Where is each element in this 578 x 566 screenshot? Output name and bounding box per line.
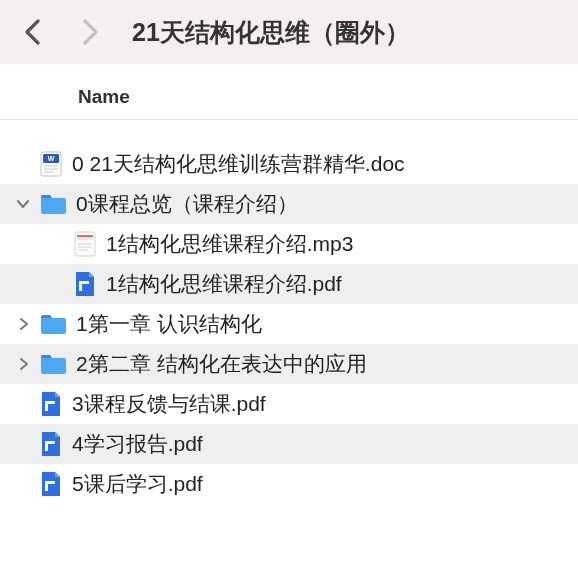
disclosure-cell[interactable] — [0, 357, 34, 371]
chevron-left-icon — [24, 19, 41, 45]
icon-cell — [34, 151, 62, 177]
chevron-down-icon — [16, 198, 30, 210]
item-name: 5课后学习.pdf — [62, 470, 203, 498]
item-name: 1第一章 认识结构化 — [66, 310, 262, 338]
item-name: 0 21天结构化思维训练营群精华.doc — [62, 150, 405, 178]
file-row[interactable]: 5课后学习.pdf — [0, 464, 578, 504]
folder-icon — [40, 314, 66, 334]
item-name: 2第二章 结构化在表达中的应用 — [66, 350, 367, 378]
disclosure-cell[interactable] — [0, 198, 34, 210]
icon-cell — [34, 194, 66, 214]
icon-cell — [34, 431, 62, 457]
chevron-right-icon — [18, 317, 30, 331]
pdf-icon — [40, 391, 62, 417]
mp3-icon — [74, 231, 96, 257]
window-title: 21天结构化思维（圈外） — [132, 16, 410, 49]
forward-button[interactable] — [70, 12, 110, 52]
folder-icon — [40, 354, 66, 374]
folder-row[interactable]: 2第二章 结构化在表达中的应用 — [0, 344, 578, 384]
icon-cell — [34, 314, 66, 334]
icon-cell — [34, 391, 62, 417]
file-row[interactable]: 3课程反馈与结课.pdf — [0, 384, 578, 424]
pdf-icon — [40, 471, 62, 497]
item-name: 0课程总览（课程介绍） — [66, 190, 298, 218]
pdf-icon — [40, 431, 62, 457]
chevron-right-icon — [82, 19, 99, 45]
folder-row[interactable]: 0课程总览（课程介绍） — [0, 184, 578, 224]
back-button[interactable] — [12, 12, 52, 52]
disclosure-cell[interactable] — [0, 317, 34, 331]
file-tree: 0 21天结构化思维训练营群精华.doc0课程总览（课程介绍）1结构化思维课程介… — [0, 144, 578, 504]
icon-cell — [34, 231, 96, 257]
item-name: 1结构化思维课程介绍.mp3 — [96, 230, 353, 258]
spacer — [0, 120, 578, 144]
chevron-right-icon — [18, 357, 30, 371]
column-header-row: Name — [0, 74, 578, 120]
titlebar: 21天结构化思维（圈外） — [0, 0, 578, 64]
pdf-icon — [74, 271, 96, 297]
finder-window: 21天结构化思维（圈外） Name 0 21天结构化思维训练营群精华.doc0课… — [0, 0, 578, 566]
folder-icon — [40, 194, 66, 214]
item-name: 4学习报告.pdf — [62, 430, 203, 458]
doc-icon — [40, 151, 62, 177]
icon-cell — [34, 354, 66, 374]
file-row[interactable]: 4学习报告.pdf — [0, 424, 578, 464]
file-row[interactable]: 1结构化思维课程介绍.pdf — [0, 264, 578, 304]
icon-cell — [34, 271, 96, 297]
file-row[interactable]: 1结构化思维课程介绍.mp3 — [0, 224, 578, 264]
icon-cell — [34, 471, 62, 497]
column-header-name[interactable]: Name — [78, 86, 130, 108]
item-name: 3课程反馈与结课.pdf — [62, 390, 266, 418]
folder-row[interactable]: 1第一章 认识结构化 — [0, 304, 578, 344]
item-name: 1结构化思维课程介绍.pdf — [96, 270, 342, 298]
file-row[interactable]: 0 21天结构化思维训练营群精华.doc — [0, 144, 578, 184]
